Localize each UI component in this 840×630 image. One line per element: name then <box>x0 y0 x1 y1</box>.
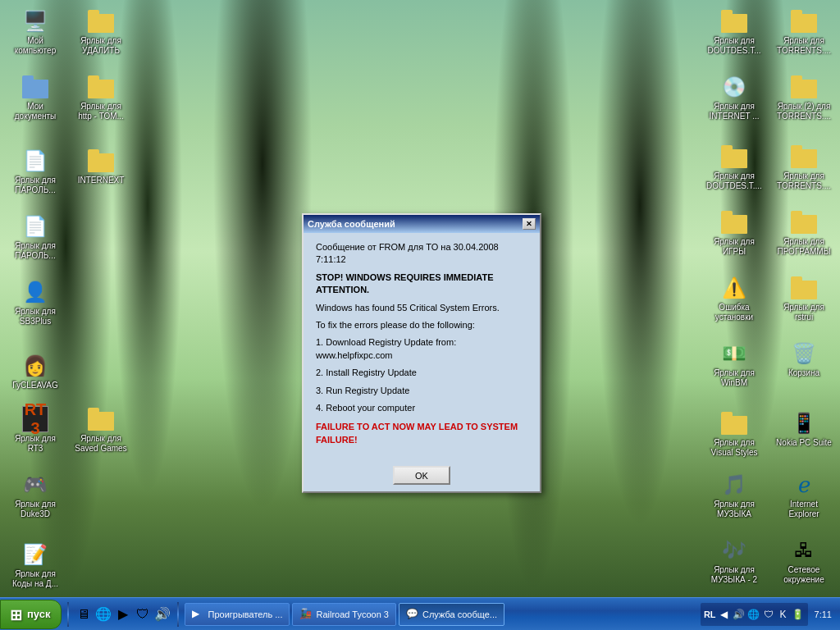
quick-launch: 🖥 🌐 ▶ 🛡 🔊 <box>71 605 175 623</box>
taskbar-task-player[interactable]: ▶ Проигрыватель ... <box>185 603 290 626</box>
tray-icon-1[interactable]: ◀ <box>718 608 731 621</box>
dialog-overlay: Служба сообщений ✕ Сообщение от FROM для… <box>0 0 840 597</box>
task-player-icon: ▶ <box>192 608 205 621</box>
dialog-title: Служба сообщений <box>308 219 395 229</box>
start-label: пуск <box>27 608 51 620</box>
dialog-step4: 4. Reboot your computer <box>316 402 527 414</box>
task-railroad-icon: 🚂 <box>299 608 313 621</box>
taskbar: ⊞ пуск 🖥 🌐 ▶ 🛡 🔊 ▶ Проигрыватель ... 🚂 R… <box>0 597 840 630</box>
taskbar-right: RL ◀ 🔊 🌐 🛡 K 🔋 7:11 <box>696 603 840 626</box>
quick-launch-show-desktop[interactable]: 🖥 <box>75 605 93 623</box>
message-dialog: Служба сообщений ✕ Сообщение от FROM для… <box>302 213 541 493</box>
tray-icon-network[interactable]: 🌐 <box>747 608 760 621</box>
taskbar-divider-1 <box>67 602 69 627</box>
windows-logo-icon: ⊞ <box>7 606 24 623</box>
quick-launch-extra[interactable]: 🔊 <box>153 605 171 623</box>
tray-icon-battery[interactable]: 🔋 <box>792 608 805 621</box>
task-player-label: Проигрыватель ... <box>208 609 283 619</box>
dialog-warning: FAILURE TO ACT NOW MAY LEAD TO SYSTEM FA… <box>316 421 527 446</box>
dialog-step1: 1. Download Registry Update from: www.he… <box>316 336 527 362</box>
desktop: 🖥️ Мойкомпьютер Ярлык дляУДАЛИТЬ Моидоку… <box>0 0 840 630</box>
system-tray: RL ◀ 🔊 🌐 🛡 K 🔋 <box>701 603 808 626</box>
taskbar-tasks: ▶ Проигрыватель ... 🚂 Railroad Tycoon 3 … <box>181 603 696 626</box>
dialog-ok-section: OK <box>304 459 540 491</box>
dialog-message-from: Сообщение от FROM для TO на 30.04.2008 7… <box>316 241 527 267</box>
tray-icon-k[interactable]: K <box>777 608 790 621</box>
task-railroad-label: Railroad Tycoon 3 <box>316 609 388 619</box>
start-button[interactable]: ⊞ пуск <box>0 600 62 629</box>
tray-icon-2[interactable]: 🔊 <box>733 608 746 621</box>
dialog-line1: STOP! WINDOWS REQUIRES IMMEDIATE ATTENTI… <box>316 272 527 297</box>
task-dialog-icon: 💬 <box>406 608 419 621</box>
quick-launch-browser[interactable]: 🌐 <box>94 605 112 623</box>
dialog-line2: Windows has found 55 Critical System Err… <box>316 302 527 314</box>
dialog-line3: To fix the errors please do the followin… <box>316 319 527 331</box>
dialog-close-button[interactable]: ✕ <box>523 218 536 230</box>
dialog-step3: 3. Run Registry Update <box>316 385 527 397</box>
dialog-ok-button[interactable]: OK <box>393 466 450 485</box>
taskbar-task-dialog[interactable]: 💬 Служба сообще... <box>399 603 504 626</box>
dialog-titlebar: Служба сообщений ✕ <box>304 215 540 233</box>
taskbar-task-railroad[interactable]: 🚂 Railroad Tycoon 3 <box>292 603 395 626</box>
taskbar-clock: 7:11 <box>811 609 835 619</box>
taskbar-divider-2 <box>177 602 179 627</box>
quick-launch-kaspersky[interactable]: 🛡 <box>134 605 152 623</box>
language-indicator: RL <box>704 609 716 619</box>
quick-launch-media[interactable]: ▶ <box>114 605 132 623</box>
task-dialog-label: Служба сообще... <box>422 609 497 619</box>
dialog-content: Сообщение от FROM для TO на 30.04.2008 7… <box>304 233 540 459</box>
tray-icon-antivirus[interactable]: 🛡 <box>762 608 775 621</box>
dialog-step2: 2. Install Registry Update <box>316 367 527 379</box>
